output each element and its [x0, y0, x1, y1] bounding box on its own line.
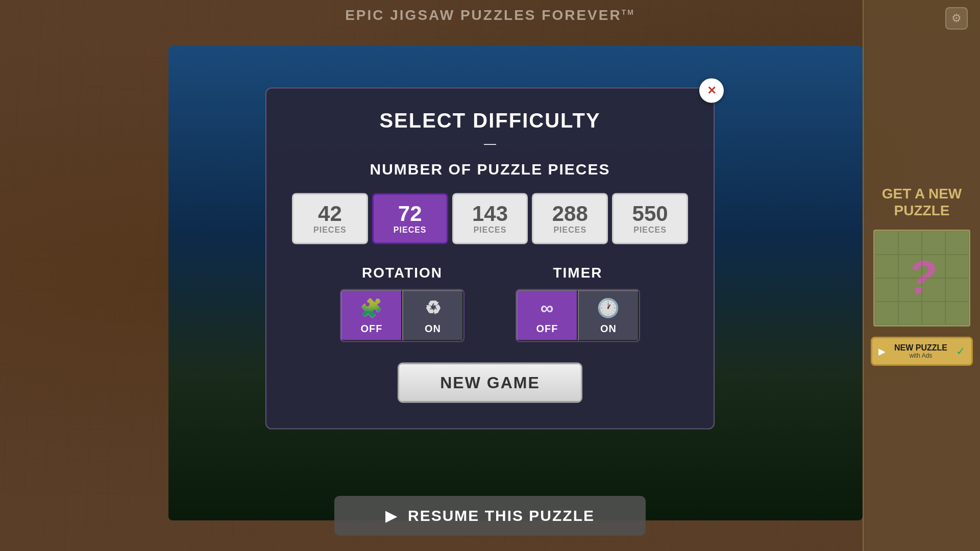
difficulty-dialog: ✕ SELECT DIFFICULTY — NUMBER OF PUZZLE P…: [265, 88, 715, 430]
with-ads-label: with Ads: [891, 352, 951, 359]
get-new-puzzle-title: GET A NEWPUZZLE: [882, 185, 962, 219]
dialog-subtitle: NUMBER OF PUZZLE PIECES: [292, 161, 688, 178]
infinity-icon: ∞: [541, 297, 554, 318]
piece-btn-143[interactable]: 143 PIECES: [452, 193, 528, 244]
rotation-group: ROTATION 🧩 OFF ♻ ON: [340, 265, 464, 342]
mystery-puzzle-box: ?: [873, 230, 970, 327]
check-icon: ✓: [956, 345, 965, 358]
clock-icon: 🕐: [597, 297, 620, 318]
settings-button[interactable]: ⚙: [945, 7, 968, 30]
options-row: ROTATION 🧩 OFF ♻ ON TIMER ∞ OFF: [292, 265, 688, 342]
dialog-title: SELECT DIFFICULTY: [292, 109, 688, 132]
rotation-on-label: ON: [425, 322, 441, 334]
puzzle-piece-icon: 🧩: [360, 297, 383, 318]
timer-title: TIMER: [553, 265, 602, 281]
resume-play-icon: ▶: [385, 508, 398, 524]
rotation-toggle: 🧩 OFF ♻ ON: [340, 289, 464, 342]
new-puzzle-ads-button[interactable]: ▶ NEW PUZZLE with Ads ✓: [871, 337, 973, 366]
top-bar: EPIC JIGSAW PUZZLES FOREVERTM ⚙: [0, 0, 980, 31]
timer-group: TIMER ∞ OFF 🕐 ON: [516, 265, 640, 342]
right-panel: GET A NEWPUZZLE ? ▶ NEW PUZZLE with Ads: [863, 0, 980, 551]
new-puzzle-label: NEW PUZZLE: [891, 343, 951, 353]
timer-on-button[interactable]: 🕐 ON: [578, 290, 639, 341]
rotation-off-button[interactable]: 🧩 OFF: [341, 290, 402, 341]
gear-icon: ⚙: [951, 12, 962, 25]
new-puzzle-text: NEW PUZZLE with Ads: [891, 343, 951, 360]
play-icon: ▶: [878, 346, 886, 357]
rotation-off-label: OFF: [361, 322, 383, 334]
timer-toggle: ∞ OFF 🕐 ON: [516, 289, 640, 342]
rotation-on-button[interactable]: ♻ ON: [402, 290, 463, 341]
dialog-divider: —: [292, 136, 688, 151]
mystery-grid: [875, 231, 969, 325]
close-button[interactable]: ✕: [699, 79, 724, 103]
piece-btn-42[interactable]: 42 PIECES: [292, 193, 368, 244]
timer-off-label: OFF: [536, 322, 558, 334]
rotation-title: ROTATION: [362, 265, 443, 281]
rotation-icon: ♻: [425, 297, 442, 318]
app-title: EPIC JIGSAW PUZZLES FOREVERTM: [345, 7, 635, 23]
new-game-button[interactable]: NEW GAME: [398, 363, 582, 403]
piece-btn-550[interactable]: 550 PIECES: [612, 193, 688, 244]
resume-label: RESUME THIS PUZZLE: [408, 507, 595, 524]
piece-btn-288[interactable]: 288 PIECES: [532, 193, 608, 244]
timer-on-label: ON: [600, 322, 617, 334]
resume-button[interactable]: ▶ RESUME THIS PUZZLE: [334, 496, 646, 536]
timer-off-button[interactable]: ∞ OFF: [517, 290, 578, 341]
piece-btn-72[interactable]: 72 PIECES: [372, 193, 448, 244]
piece-count-row: 42 PIECES 72 PIECES 143 PIECES 288 PIECE…: [292, 193, 688, 244]
